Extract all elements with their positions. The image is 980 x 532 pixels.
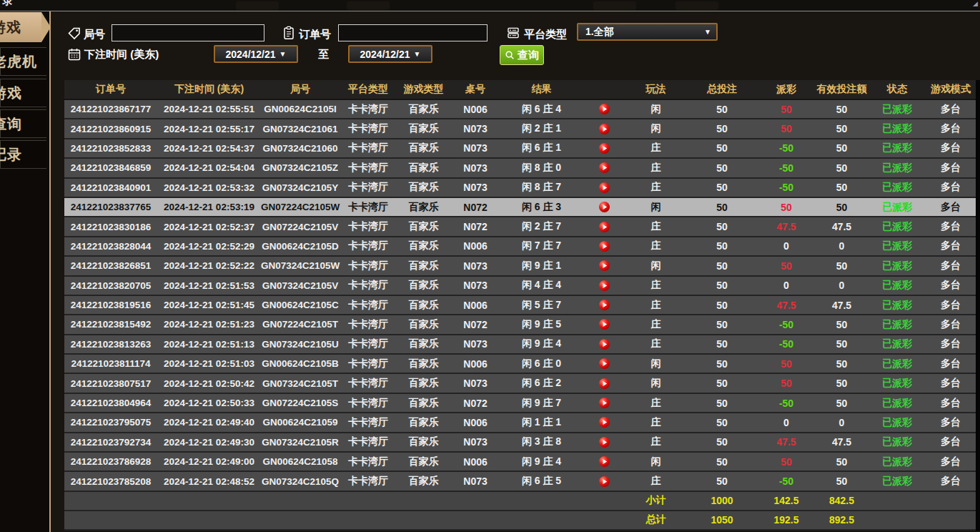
- replay-button[interactable]: [583, 338, 625, 350]
- play-icon: [598, 455, 610, 468]
- valid-bet-cell: 0: [815, 280, 868, 291]
- valid-bet-cell: 50: [815, 202, 868, 213]
- total-bet-cell: 50: [686, 142, 758, 154]
- table-row[interactable]: 241221023867177 2024-12-21 02:55:51 GN00…: [64, 100, 976, 119]
- date-to-picker[interactable]: 2024/12/21 ▼: [348, 45, 432, 63]
- play-icon: [598, 260, 610, 272]
- valid-bet-cell: 50: [815, 476, 868, 487]
- window-corner-icon[interactable]: ◢: [973, 1, 979, 6]
- round-id-input[interactable]: [112, 24, 264, 41]
- sidebar: 游戏 老虎机 游戏 查询 记录: [0, 11, 51, 532]
- round-id-cell: GN07224C2105W: [261, 202, 340, 212]
- table-row[interactable]: 241221023820705 2024-12-21 02:51:53 GN07…: [64, 277, 976, 296]
- order-id-cell: 241221023804964: [64, 398, 157, 408]
- replay-button[interactable]: [583, 397, 625, 409]
- game-type-cell: 百家乐: [397, 338, 450, 350]
- table-row[interactable]: 241221023819516 2024-12-21 02:51:45 GN00…: [64, 296, 976, 315]
- play-method-cell: 庄: [625, 220, 686, 233]
- valid-bet-cell: 50: [815, 338, 868, 350]
- replay-button[interactable]: [583, 455, 625, 468]
- replay-button[interactable]: [583, 436, 625, 448]
- total-payout: 192.5: [758, 514, 815, 526]
- table-row[interactable]: 241221023826851 2024-12-21 02:52:22 GN07…: [64, 257, 976, 276]
- table-row[interactable]: 241221023785208 2024-12-21 02:48:52 GN07…: [64, 472, 976, 491]
- replay-button[interactable]: [583, 123, 625, 135]
- replay-button[interactable]: [583, 182, 625, 194]
- status-badge: 已派彩: [868, 397, 926, 410]
- table-row[interactable]: 241221023786928 2024-12-21 02:49:00 GN00…: [64, 453, 976, 472]
- replay-button[interactable]: [583, 280, 625, 292]
- game-type-cell: 百家乐: [397, 240, 450, 252]
- table-row[interactable]: 241221023852833 2024-12-21 02:54:37 GN07…: [64, 139, 976, 159]
- replay-button[interactable]: [583, 378, 625, 390]
- scrollbar-track[interactable]: [976, 80, 980, 531]
- platform-type-value: 1.全部: [585, 26, 614, 39]
- table-no-cell: N006: [450, 300, 500, 311]
- result-cell: 闲 2 庄 1: [500, 122, 583, 135]
- query-button[interactable]: 查询: [500, 45, 544, 65]
- bet-time-cell: 2024-12-21 02:49:00: [157, 456, 261, 467]
- result-cell: 闲 6 庄 5: [500, 475, 583, 488]
- game-mode-cell: 多台: [926, 299, 976, 312]
- table-row[interactable]: 241221023828044 2024-12-21 02:52:29 GN00…: [64, 237, 976, 257]
- total-bet-cell: 50: [686, 221, 758, 232]
- sidebar-item-records[interactable]: 记录: [0, 140, 46, 169]
- records-body: 241221023867177 2024-12-21 02:55:51 GN00…: [64, 100, 976, 492]
- platform-cell: 卡卡湾厅: [340, 318, 397, 331]
- replay-button[interactable]: [583, 142, 625, 154]
- table-row[interactable]: 241221023860915 2024-12-21 02:55:17 GN07…: [64, 119, 976, 139]
- order-id-cell: 241221023813263: [64, 339, 157, 350]
- table-row[interactable]: 241221023813263 2024-12-21 02:51:13 GN07…: [64, 335, 976, 355]
- valid-bet-cell: 0: [815, 417, 868, 428]
- order-id-cell: 241221023840901: [64, 182, 157, 193]
- platform-cell: 卡卡湾厅: [340, 181, 397, 194]
- game-type-cell: 百家乐: [397, 279, 450, 292]
- sidebar-item-games[interactable]: 游戏: [0, 12, 41, 42]
- sidebar-item-slots[interactable]: 老虎机: [0, 47, 46, 76]
- table-row[interactable]: 241221023846859 2024-12-21 02:54:04 GN07…: [64, 159, 976, 178]
- payout-cell: 50: [758, 260, 815, 272]
- table-row[interactable]: 241221023795075 2024-12-21 02:49:40 GN00…: [64, 413, 976, 433]
- replay-button[interactable]: [583, 221, 625, 233]
- replay-button[interactable]: [583, 476, 625, 488]
- platform-type-select[interactable]: 1.全部 ▼: [577, 23, 718, 41]
- table-no-cell: N073: [450, 338, 500, 350]
- game-type-cell: 百家乐: [397, 435, 450, 448]
- table-row[interactable]: 241221023840901 2024-12-21 02:53:32 GN07…: [64, 179, 976, 198]
- order-id-cell: 241221023867177: [64, 104, 157, 114]
- date-to-separator: 至: [318, 48, 329, 61]
- play-icon: [598, 378, 610, 390]
- order-id-cell: 241221023807517: [64, 378, 157, 389]
- table-row[interactable]: 241221023815492 2024-12-21 02:51:23 GN07…: [64, 315, 976, 335]
- date-from-picker[interactable]: 2024/12/21 ▼: [214, 45, 298, 63]
- table-row[interactable]: 241221023830186 2024-12-21 02:52:37 GN07…: [64, 217, 976, 237]
- replay-button[interactable]: [583, 240, 625, 252]
- col-header-bet-time: 下注时间 (美东): [157, 83, 261, 96]
- replay-button[interactable]: [583, 299, 625, 311]
- sidebar-item-games-2[interactable]: 游戏: [0, 79, 46, 107]
- table-row[interactable]: 241221023837765 2024-12-21 02:53:19 GN07…: [64, 198, 976, 217]
- replay-button[interactable]: [583, 260, 625, 272]
- game-type-cell: 百家乐: [397, 181, 450, 194]
- valid-bet-cell: 0: [815, 240, 868, 252]
- order-id-cell: 241221023819516: [64, 300, 157, 310]
- date-to-value: 2024/12/21: [360, 49, 410, 60]
- payout-cell: 0: [758, 280, 815, 291]
- replay-button[interactable]: [583, 416, 625, 428]
- game-type-cell: 百家乐: [397, 142, 450, 154]
- replay-button[interactable]: [583, 103, 625, 115]
- table-row[interactable]: 241221023804964 2024-12-21 02:50:33 GN07…: [64, 394, 976, 413]
- sidebar-item-query[interactable]: 查询: [0, 109, 46, 138]
- col-header-round-id: 局号: [261, 83, 340, 96]
- replay-button[interactable]: [583, 318, 625, 330]
- replay-button[interactable]: [583, 162, 625, 174]
- play-method-cell: 庄: [625, 279, 686, 292]
- order-id-input[interactable]: [338, 24, 487, 41]
- table-row[interactable]: 241221023792734 2024-12-21 02:49:30 GN07…: [64, 433, 976, 453]
- game-mode-cell: 多台: [926, 142, 976, 154]
- table-row[interactable]: 241221023811174 2024-12-21 02:51:03 GN00…: [64, 355, 976, 374]
- play-icon: [598, 318, 610, 330]
- replay-button[interactable]: [583, 358, 625, 370]
- replay-button[interactable]: [583, 201, 625, 213]
- table-row[interactable]: 241221023807517 2024-12-21 02:50:42 GN07…: [64, 374, 976, 393]
